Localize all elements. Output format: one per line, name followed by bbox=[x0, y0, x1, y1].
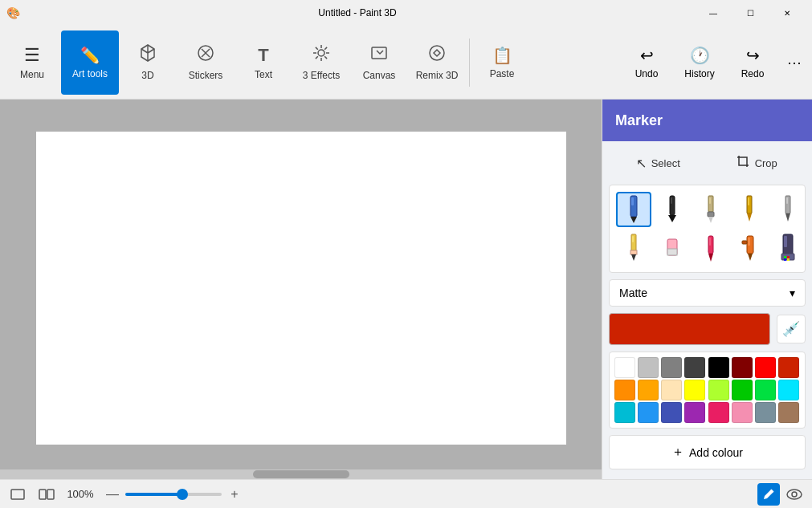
brush-watercolor[interactable] bbox=[732, 192, 767, 227]
svg-rect-35 bbox=[667, 249, 677, 255]
color-swatch[interactable] bbox=[778, 357, 799, 378]
brush-grid bbox=[609, 185, 806, 273]
redo-button[interactable]: ↪ Redo bbox=[727, 30, 778, 95]
color-swatch[interactable] bbox=[755, 357, 776, 378]
toolbar: ☰ Menu ✏️ Art tools 3D Stickers T Text bbox=[0, 26, 812, 100]
effects-label: 3 Effects bbox=[303, 70, 340, 81]
color-swatch[interactable] bbox=[732, 357, 753, 378]
color-swatch[interactable] bbox=[755, 380, 776, 400]
pen-tool-button[interactable] bbox=[757, 483, 780, 506]
matte-dropdown[interactable]: Matte ▾ bbox=[609, 279, 806, 307]
color-swatch[interactable] bbox=[708, 357, 729, 378]
add-colour-button[interactable]: ＋ Add colour bbox=[609, 435, 806, 469]
toolbar-item-stickers[interactable]: Stickers bbox=[177, 30, 235, 95]
color-swatch[interactable] bbox=[732, 380, 753, 400]
current-color-preview[interactable] bbox=[609, 313, 770, 345]
toolbar-item-effects[interactable]: 3 Effects bbox=[292, 30, 350, 95]
svg-line-8 bbox=[316, 47, 318, 50]
color-swatch[interactable] bbox=[661, 402, 682, 423]
svg-marker-41 bbox=[748, 254, 753, 261]
titlebar-title: Untitled - Paint 3D bbox=[20, 7, 695, 18]
zoom-plus-button[interactable]: + bbox=[225, 485, 244, 504]
canvas-label: Canvas bbox=[363, 70, 396, 81]
color-swatch[interactable] bbox=[755, 402, 776, 423]
crop-button[interactable]: Crop bbox=[708, 148, 806, 178]
svg-rect-49 bbox=[787, 258, 790, 261]
color-swatch[interactable] bbox=[732, 402, 753, 423]
toolbar-item-text[interactable]: T Text bbox=[235, 30, 292, 95]
maximize-button[interactable]: ☐ bbox=[732, 0, 769, 26]
zoom-level: 100% bbox=[64, 488, 96, 500]
color-swatch[interactable] bbox=[638, 402, 659, 423]
panel-body: ↖ Select Crop bbox=[602, 141, 812, 479]
view-mode-button[interactable] bbox=[6, 483, 29, 506]
color-preview-row: 💉 bbox=[609, 313, 806, 345]
svg-line-9 bbox=[324, 56, 327, 59]
titlebar: 🎨 Untitled - Paint 3D — ☐ ✕ bbox=[0, 0, 812, 26]
color-swatch[interactable] bbox=[684, 357, 705, 378]
color-swatch[interactable] bbox=[778, 402, 799, 423]
zoom-slider[interactable] bbox=[125, 493, 222, 496]
color-swatch[interactable] bbox=[684, 380, 705, 400]
toolbar-item-3d[interactable]: 3D bbox=[119, 30, 177, 95]
svg-point-3 bbox=[318, 50, 324, 56]
toolbar-item-menu[interactable]: ☰ Menu bbox=[3, 30, 61, 95]
history-button[interactable]: 🕐 History bbox=[674, 30, 725, 95]
brush-crayon[interactable] bbox=[693, 230, 728, 266]
brush-calligraphy[interactable] bbox=[655, 192, 690, 227]
color-swatch[interactable] bbox=[684, 402, 705, 423]
matte-label: Matte bbox=[619, 287, 647, 299]
canvas-background[interactable] bbox=[0, 100, 602, 479]
close-button[interactable]: ✕ bbox=[769, 0, 806, 26]
undo-button[interactable]: ↩ Undo bbox=[621, 30, 672, 95]
color-swatch[interactable] bbox=[778, 380, 799, 400]
color-swatch[interactable] bbox=[661, 357, 682, 378]
zoom-slider-container: — + bbox=[103, 485, 263, 504]
color-swatch[interactable] bbox=[638, 380, 659, 400]
horizontal-scrollbar[interactable] bbox=[0, 469, 602, 479]
brush-pixel[interactable] bbox=[770, 230, 806, 266]
art-tools-label: Art tools bbox=[72, 68, 108, 79]
crop-label: Crop bbox=[755, 157, 777, 169]
toolbar-item-art-tools[interactable]: ✏️ Art tools bbox=[61, 30, 119, 95]
menu-icon: ☰ bbox=[24, 45, 40, 66]
svg-rect-50 bbox=[11, 490, 24, 499]
zoom-minus-button[interactable]: — bbox=[103, 485, 122, 504]
select-crop-row: ↖ Select Crop bbox=[609, 148, 806, 178]
more-options-button[interactable]: ⋯ bbox=[780, 30, 809, 95]
brush-marker[interactable] bbox=[616, 192, 651, 227]
undo-label: Undo bbox=[635, 68, 659, 79]
brush-spray[interactable] bbox=[732, 230, 767, 266]
toolbar-item-canvas[interactable]: Canvas bbox=[350, 30, 408, 95]
color-swatch[interactable] bbox=[614, 380, 635, 400]
svg-rect-38 bbox=[709, 238, 711, 246]
panel-title: Marker bbox=[615, 112, 663, 129]
svg-rect-45 bbox=[784, 236, 787, 247]
visibility-button[interactable] bbox=[783, 483, 806, 506]
toolbar-item-remix3d[interactable]: Remix 3D bbox=[408, 30, 466, 95]
brush-pencil-2[interactable] bbox=[770, 192, 806, 227]
color-swatch[interactable] bbox=[614, 357, 635, 378]
color-swatch[interactable] bbox=[708, 380, 729, 400]
minimize-button[interactable]: — bbox=[695, 0, 732, 26]
toolbar-item-paste[interactable]: 📋 Paste bbox=[473, 30, 531, 95]
layout-button[interactable] bbox=[35, 483, 58, 506]
svg-rect-52 bbox=[47, 490, 54, 499]
eyedropper-button[interactable]: 💉 bbox=[777, 315, 806, 343]
svg-marker-18 bbox=[668, 215, 676, 222]
menu-label: Menu bbox=[20, 69, 44, 80]
color-swatch[interactable] bbox=[638, 357, 659, 378]
svg-marker-15 bbox=[630, 217, 637, 223]
svg-rect-47 bbox=[787, 256, 790, 258]
color-swatch[interactable] bbox=[661, 380, 682, 400]
svg-marker-37 bbox=[708, 254, 713, 262]
color-swatch[interactable] bbox=[614, 402, 635, 423]
drawing-canvas[interactable] bbox=[36, 132, 566, 445]
svg-line-11 bbox=[316, 56, 318, 59]
brush-eraser[interactable] bbox=[655, 230, 690, 266]
3d-icon bbox=[138, 43, 157, 67]
color-swatch[interactable] bbox=[708, 402, 729, 423]
brush-pencil[interactable] bbox=[616, 230, 651, 266]
brush-oil[interactable] bbox=[693, 192, 728, 227]
select-button[interactable]: ↖ Select bbox=[609, 148, 708, 178]
